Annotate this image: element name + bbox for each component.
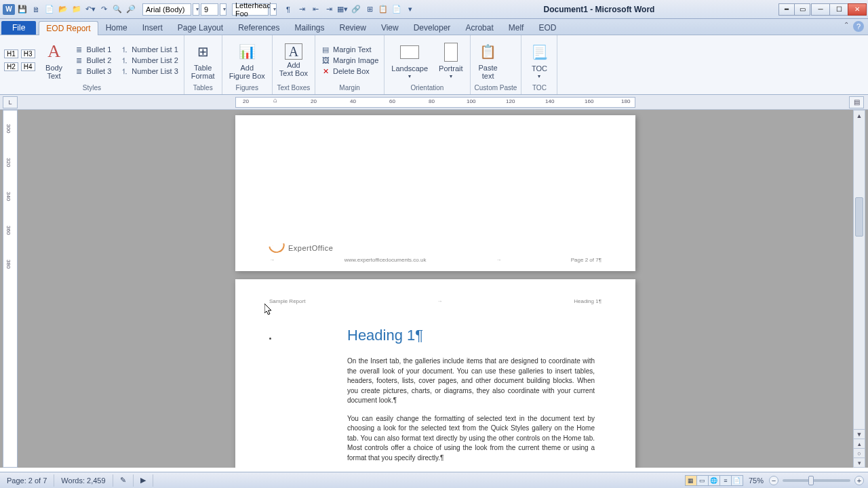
status-words[interactable]: Words: 2,459 bbox=[54, 474, 113, 487]
undo-icon[interactable]: ↶▾ bbox=[84, 3, 96, 16]
font-size-box[interactable]: 9 bbox=[201, 3, 218, 16]
scroll-up-icon[interactable]: ▲ bbox=[854, 110, 865, 121]
horizontal-ruler[interactable]: 20 20 40 60 80 100 120 140 160 180 ⌂ bbox=[235, 97, 635, 108]
landscape-button[interactable]: Landscape▾ bbox=[389, 40, 431, 81]
style-h1[interactable]: H1 bbox=[4, 49, 18, 58]
copy-icon[interactable]: 📋 bbox=[377, 3, 389, 16]
zoom-percent[interactable]: 75% bbox=[743, 476, 769, 485]
style-h3[interactable]: H3 bbox=[21, 49, 35, 58]
vertical-scrollbar[interactable]: ▲ ▼ ▴ ○ ▾ bbox=[853, 110, 865, 468]
menu-dropdown-icon[interactable]: ▾ bbox=[404, 3, 416, 16]
tab-eod-report[interactable]: EOD Report bbox=[39, 21, 98, 35]
open-folder-icon[interactable]: 📁 bbox=[71, 3, 83, 16]
view-web[interactable]: 🌐 bbox=[708, 475, 720, 486]
tab-eod[interactable]: EOD bbox=[531, 20, 564, 35]
print-preview-icon[interactable]: 🔍 bbox=[111, 3, 123, 16]
close-button[interactable]: ✕ bbox=[848, 3, 867, 16]
paste-icon[interactable]: 📄 bbox=[391, 3, 403, 16]
file-tab[interactable]: File bbox=[1, 21, 36, 35]
paste-text-button[interactable]: 📋 Paste text bbox=[475, 39, 502, 81]
view-outline[interactable]: ≡ bbox=[719, 475, 732, 486]
font-size-dropdown[interactable]: ▾ bbox=[220, 3, 226, 16]
add-figure-box-button[interactable]: 📊 Add Figure Box bbox=[226, 39, 268, 81]
body-text-button[interactable]: A Body Text bbox=[41, 39, 68, 81]
zoom-out-button[interactable]: − bbox=[769, 476, 778, 485]
tab-insert[interactable]: Insert bbox=[135, 20, 170, 35]
tab-acrobat[interactable]: Acrobat bbox=[458, 20, 500, 35]
heading-1[interactable]: Heading 1¶ bbox=[347, 327, 595, 344]
next-page-icon[interactable]: ▾ bbox=[854, 458, 865, 467]
tab-home[interactable]: Home bbox=[98, 20, 135, 35]
view-print-layout[interactable]: ▦ bbox=[685, 475, 697, 486]
redo-icon[interactable]: ↷ bbox=[98, 3, 110, 16]
number-2-button[interactable]: ⒈Number List 2 bbox=[118, 55, 179, 66]
open-icon[interactable]: 📂 bbox=[57, 3, 69, 16]
delete-box-button[interactable]: ✕Delete Box bbox=[319, 66, 380, 77]
font-name-dropdown[interactable]: ▾ bbox=[193, 3, 199, 16]
zoom-slider[interactable] bbox=[783, 479, 850, 482]
link-icon[interactable]: 🔗 bbox=[350, 3, 362, 16]
number-3-button[interactable]: ⒈Number List 3 bbox=[118, 66, 179, 77]
status-macro-icon[interactable]: ▶ bbox=[134, 474, 153, 487]
tab-page-layout[interactable]: Page Layout bbox=[170, 20, 231, 35]
paragraph-2[interactable]: You can easily change the formatting of … bbox=[347, 414, 595, 464]
style-h4[interactable]: H4 bbox=[21, 62, 35, 71]
bullet-2-button[interactable]: ≣Bullet 2 bbox=[73, 55, 113, 66]
minimize-button[interactable]: ─ bbox=[811, 3, 830, 16]
quick-style-dropdown[interactable]: ▾ bbox=[270, 3, 277, 16]
ext-minimize-icon[interactable]: ━ bbox=[778, 3, 795, 16]
ruler-toggle[interactable]: ▤ bbox=[849, 96, 864, 108]
tab-references[interactable]: References bbox=[231, 20, 287, 35]
zoom-icon[interactable]: 🔎 bbox=[125, 3, 137, 16]
help-icon[interactable]: ? bbox=[853, 21, 864, 32]
indent-icon[interactable]: ⇥ bbox=[323, 3, 335, 16]
portrait-button[interactable]: Portrait▾ bbox=[436, 40, 465, 81]
tab-icon[interactable]: ⇥ bbox=[296, 3, 308, 16]
bullet-3-button[interactable]: ≣Bullet 3 bbox=[73, 66, 113, 77]
tab-review[interactable]: Review bbox=[332, 20, 374, 35]
status-page[interactable]: Page: 2 of 7 bbox=[0, 474, 54, 487]
scroll-down-icon[interactable]: ▼ bbox=[854, 429, 865, 439]
delete-icon: ✕ bbox=[321, 66, 330, 76]
add-text-box-button[interactable]: A Add Text Box bbox=[277, 42, 311, 79]
ext-restore-icon[interactable]: ▭ bbox=[794, 3, 810, 16]
save-as-icon[interactable]: 🗎 bbox=[30, 3, 42, 16]
page-1[interactable]: ExpertOffice → www.expertofficedocuments… bbox=[235, 115, 635, 271]
outdent-icon[interactable]: ⇤ bbox=[309, 3, 321, 16]
paragraph-1[interactable]: On the Insert tab, the galleries include… bbox=[347, 357, 595, 406]
page-body[interactable]: Heading 1¶ On the Insert tab, the galler… bbox=[347, 327, 595, 468]
zoom-in-button[interactable]: + bbox=[854, 476, 864, 485]
tab-melf[interactable]: Melf bbox=[501, 20, 532, 35]
number-1-button[interactable]: ⒈Number List 1 bbox=[118, 44, 179, 55]
tab-developer[interactable]: Developer bbox=[406, 20, 458, 35]
page-2[interactable]: Sample Report → Heading 1¶ Heading 1¶ On… bbox=[235, 279, 635, 468]
new-icon[interactable]: 📄 bbox=[43, 3, 56, 16]
status-spellcheck-icon[interactable]: ✎ bbox=[113, 474, 134, 487]
maximize-button[interactable]: ☐ bbox=[829, 3, 848, 16]
tab-view[interactable]: View bbox=[374, 20, 406, 35]
group-styles: H1 H3 H2 H4 A Body Text ≣Bullet 1 ≣Bulle… bbox=[0, 35, 184, 94]
margin-image-button[interactable]: 🖼Margin Image bbox=[319, 55, 380, 66]
table-format-button[interactable]: ⊞ Table Format bbox=[189, 39, 218, 81]
bullet-1-button[interactable]: ≣Bullet 1 bbox=[73, 44, 113, 55]
style-h2[interactable]: H2 bbox=[4, 62, 18, 71]
scroll-thumb[interactable] bbox=[855, 197, 863, 237]
border-icon[interactable]: ▦▾ bbox=[336, 3, 349, 16]
tab-mailings[interactable]: Mailings bbox=[288, 20, 332, 35]
prev-page-icon[interactable]: ▴ bbox=[854, 439, 865, 448]
view-full-screen[interactable]: ▭ bbox=[696, 475, 709, 486]
paragraph-icon[interactable]: ¶ bbox=[282, 3, 294, 16]
margin-text-button[interactable]: ▤Margin Text bbox=[319, 44, 380, 55]
vertical-ruler[interactable]: 300 320 340 360 380 bbox=[3, 110, 18, 468]
logo-text: ExpertOffice bbox=[288, 244, 333, 252]
font-name-box[interactable]: Arial (Body) bbox=[142, 3, 191, 16]
browse-object-icon[interactable]: ○ bbox=[854, 448, 865, 458]
table-icon[interactable]: ⊞ bbox=[363, 3, 376, 16]
view-draft[interactable]: 📄 bbox=[731, 475, 743, 486]
zoom-thumb[interactable] bbox=[808, 476, 814, 485]
quick-style-box[interactable]: Letterhead Foo bbox=[232, 3, 269, 16]
collapse-ribbon-icon[interactable]: ⌃ bbox=[844, 21, 849, 32]
save-icon[interactable]: 💾 bbox=[16, 3, 28, 16]
tab-selector[interactable]: L bbox=[3, 96, 18, 108]
toc-button[interactable]: 📃 TOC▾ bbox=[526, 40, 553, 81]
